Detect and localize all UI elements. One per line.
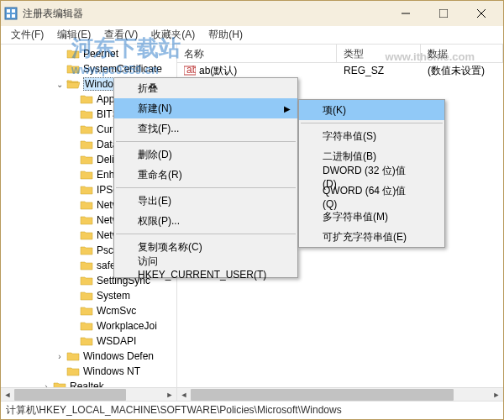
folder-icon — [80, 244, 93, 256]
menu-view[interactable]: 查看(V) — [97, 26, 144, 44]
expand-icon[interactable] — [68, 276, 78, 286]
tree-label: WcmSvc — [97, 305, 136, 317]
menu-item[interactable]: 折叠 — [114, 78, 297, 98]
folder-icon — [80, 275, 93, 286]
expand-icon[interactable] — [68, 260, 78, 270]
folder-icon — [80, 199, 93, 211]
menu-item-label: 删除(D) — [138, 148, 172, 162]
status-bar: 计算机\HKEY_LOCAL_MACHINE\SOFTWARE\Policies… — [1, 401, 503, 419]
separator — [116, 141, 296, 142]
menu-item[interactable]: 可扩充字符串值(E) — [299, 227, 444, 247]
menu-item[interactable]: 查找(F)... — [114, 118, 297, 139]
col-type[interactable]: 类型 — [337, 45, 421, 62]
folder-icon — [80, 214, 93, 226]
menu-favorites[interactable]: 收藏夹(A) — [144, 26, 202, 44]
menu-item-label: 新建(N) — [138, 102, 172, 116]
svg-rect-8 — [439, 9, 448, 18]
menu-item[interactable]: 导出(E) — [114, 191, 297, 211]
maximize-button[interactable] — [424, 2, 462, 25]
expand-icon[interactable] — [68, 336, 78, 346]
menu-file[interactable]: 文件(F) — [4, 26, 50, 44]
tree-node[interactable]: System — [1, 288, 177, 303]
expand-icon[interactable] — [68, 200, 78, 210]
scroll-right-icon[interactable]: ► — [490, 388, 503, 402]
folder-icon — [80, 184, 93, 196]
folder-icon — [80, 93, 93, 105]
folder-icon — [80, 335, 93, 347]
menubar: 文件(F) 编辑(E) 查看(V) 收藏夹(A) 帮助(H) — [1, 26, 503, 45]
folder-icon — [80, 123, 93, 135]
tree-node[interactable]: WcmSvc — [1, 303, 177, 318]
expand-icon[interactable] — [68, 139, 78, 150]
submenu-arrow-icon: ▶ — [284, 104, 291, 113]
tree-node[interactable]: WorkplaceJoi — [1, 318, 177, 333]
close-button[interactable] — [462, 2, 500, 25]
menu-edit[interactable]: 编辑(E) — [50, 26, 97, 44]
menu-item-label: 折叠 — [138, 81, 158, 96]
menu-item-label: 访问 HKEY_CURRENT_USER(T) — [138, 255, 272, 281]
expand-icon[interactable]: › — [55, 351, 65, 361]
tree-label: System — [97, 290, 130, 302]
expand-icon[interactable] — [68, 291, 78, 301]
string-value-icon — [184, 65, 196, 76]
folder-icon — [80, 139, 93, 150]
value-type: REG_SZ — [337, 65, 421, 76]
expand-icon[interactable] — [68, 245, 78, 255]
folder-icon — [80, 229, 93, 241]
menu-item[interactable]: 访问 HKEY_CURRENT_USER(T) — [114, 257, 297, 277]
value-data: (数值未设置) — [421, 64, 503, 78]
menu-item[interactable]: 字符串值(S) — [299, 126, 444, 146]
expand-icon[interactable]: ⌄ — [55, 79, 65, 89]
folder-icon — [80, 260, 93, 271]
expand-icon[interactable] — [68, 185, 78, 195]
tree-node[interactable]: SystemCertificate — [1, 61, 177, 76]
expand-icon[interactable] — [68, 306, 78, 316]
folder-icon — [66, 48, 80, 60]
menu-item[interactable]: 项(K) — [299, 100, 444, 120]
expand-icon[interactable] — [68, 124, 78, 134]
context-submenu-new: 项(K)字符串值(S)二进制值(B)DWORD (32 位)值(D)QWORD … — [298, 99, 445, 248]
expand-icon[interactable] — [68, 230, 78, 240]
expand-icon[interactable] — [68, 155, 78, 165]
menu-item[interactable]: 权限(P)... — [114, 211, 297, 231]
col-name[interactable]: 名称 — [177, 45, 337, 62]
menu-help[interactable]: 帮助(H) — [202, 26, 249, 44]
tree-hscroll[interactable]: ◄ ► — [1, 387, 176, 401]
list-row[interactable]: ab(默认)REG_SZ(数值未设置) — [177, 63, 503, 78]
tree-label: Windows Defen — [83, 350, 154, 362]
context-menu: 折叠新建(N)▶查找(F)...删除(D)重命名(R)导出(E)权限(P)...… — [113, 77, 298, 278]
menu-item-label: 导出(E) — [138, 194, 171, 208]
folder-icon — [80, 320, 93, 332]
column-headers: 名称 类型 数据 — [177, 45, 503, 63]
col-data[interactable]: 数据 — [421, 45, 503, 62]
expand-icon[interactable] — [68, 170, 78, 180]
scroll-left-icon[interactable]: ◄ — [177, 388, 191, 402]
menu-item[interactable]: 多字符串值(M) — [299, 207, 444, 227]
tree-node[interactable]: WSDAPI — [1, 333, 177, 349]
menu-item-label: 可扩充字符串值(E) — [323, 230, 407, 244]
expand-icon[interactable] — [68, 215, 78, 225]
tree-node[interactable]: Peernet — [1, 46, 177, 61]
menu-item[interactable]: 删除(D) — [114, 144, 297, 165]
minimize-button[interactable] — [386, 2, 424, 25]
folder-icon — [66, 365, 80, 377]
scroll-right-icon[interactable]: ► — [163, 388, 176, 402]
expand-icon[interactable] — [68, 321, 78, 331]
tree-node[interactable]: ›Windows Defen — [1, 349, 177, 364]
menu-item-label: 字符串值(S) — [323, 129, 376, 144]
tree-label: WSDAPI — [97, 335, 136, 347]
tree-node[interactable]: Windows NT — [1, 364, 177, 379]
separator — [116, 234, 296, 234]
window-title: 注册表编辑器 — [23, 7, 386, 21]
list-hscroll[interactable]: ◄ ► — [177, 387, 503, 401]
scroll-left-icon[interactable]: ◄ — [1, 388, 14, 402]
expand-icon[interactable] — [55, 366, 65, 376]
menu-item[interactable]: QWORD (64 位)值(Q) — [299, 186, 444, 207]
expand-icon[interactable] — [68, 109, 78, 119]
menu-item[interactable]: 重命名(R) — [114, 165, 297, 185]
menu-item-label: 项(K) — [323, 103, 346, 118]
expand-icon[interactable] — [55, 64, 65, 74]
menu-item[interactable]: 新建(N)▶ — [114, 98, 297, 118]
expand-icon[interactable] — [68, 94, 78, 104]
expand-icon[interactable] — [55, 49, 65, 59]
